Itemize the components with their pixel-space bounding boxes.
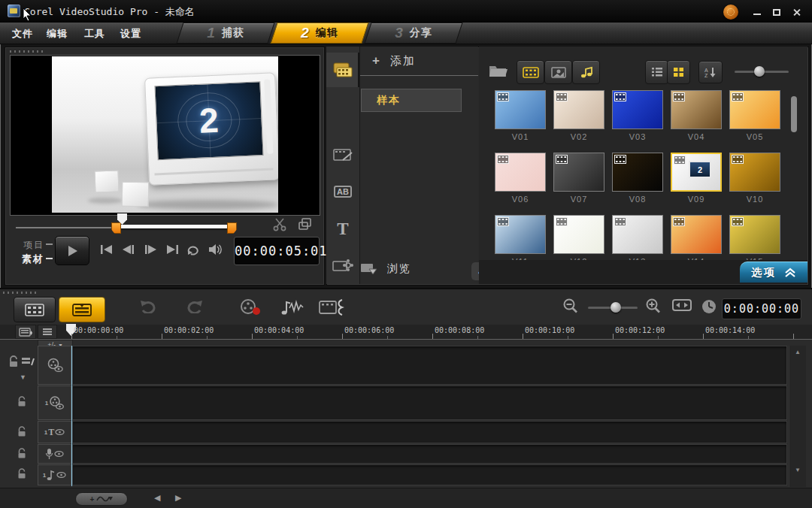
- lock-track-icon[interactable]: [17, 426, 27, 437]
- library-thumbnail[interactable]: [671, 90, 722, 129]
- category-item-sample[interactable]: 样本: [361, 89, 462, 112]
- lock-track-icon[interactable]: [17, 468, 27, 479]
- tab-edit[interactable]: 2 编辑: [274, 23, 365, 44]
- duration-clock-button[interactable]: [701, 298, 717, 315]
- timeline-zoom-knob[interactable]: [611, 302, 621, 313]
- scroll-left-icon[interactable]: ◀: [154, 493, 160, 503]
- scroll-down-icon[interactable]: ▼: [795, 467, 801, 473]
- library-thumbnail[interactable]: [553, 153, 604, 192]
- options-button[interactable]: 选项: [740, 262, 807, 283]
- clip-mode-label[interactable]: 素材: [11, 252, 44, 266]
- fit-timeline-button[interactable]: [672, 298, 692, 312]
- library-thumbnail[interactable]: [495, 90, 546, 129]
- show-all-tracks-button[interactable]: [38, 325, 57, 339]
- lock-track-icon[interactable]: [17, 448, 27, 459]
- library-thumbnail[interactable]: [729, 215, 780, 254]
- preview-timecode-field[interactable]: 00:00:05:01 ▲ ▼: [234, 237, 320, 265]
- title-track-header[interactable]: 1 T: [38, 421, 71, 443]
- enlarge-duplicate-icon[interactable]: [298, 217, 312, 231]
- library-thumbnail[interactable]: [495, 153, 546, 192]
- auto-music-button[interactable]: [319, 298, 344, 316]
- menu-tools[interactable]: 工具: [84, 27, 105, 41]
- thumbnail-size-knob[interactable]: [754, 66, 765, 77]
- title-tab[interactable]: T: [326, 212, 359, 246]
- project-mode-label[interactable]: 项目: [11, 239, 44, 252]
- panel-grip[interactable]: [3, 292, 38, 294]
- library-thumbnail[interactable]: [671, 215, 722, 254]
- open-folder-icon[interactable]: [488, 62, 509, 78]
- show-videos-toggle[interactable]: [517, 60, 544, 84]
- timeline-ruler-scale[interactable]: 00:00:00:0000:00:02:0000:00:04:0000:00:0…: [0, 325, 812, 340]
- maximize-button[interactable]: [767, 6, 786, 18]
- browse-button[interactable]: 浏览: [360, 257, 478, 281]
- trim-start-handle[interactable]: [111, 222, 121, 234]
- volume-button[interactable]: [205, 240, 226, 259]
- transition-tab[interactable]: AB: [326, 174, 359, 209]
- music-track-header[interactable]: 1: [38, 464, 71, 485]
- scroll-right-icon[interactable]: ▶: [175, 493, 181, 503]
- thumbnail-view-button[interactable]: [667, 60, 690, 84]
- library-thumbnail[interactable]: [553, 90, 604, 129]
- library-thumbnail[interactable]: [495, 215, 546, 254]
- video-track-lane[interactable]: [72, 346, 787, 385]
- library-thumbnail[interactable]: 2: [671, 153, 722, 192]
- graphic-tab[interactable]: [326, 248, 359, 283]
- voice-track-lane[interactable]: [72, 444, 787, 464]
- zoom-in-button[interactable]: [645, 298, 662, 313]
- timeline-timecode-field[interactable]: 0:00:00:00: [722, 298, 801, 319]
- library-thumbnail[interactable]: [729, 90, 780, 129]
- corel-guide-icon[interactable]: [723, 5, 738, 20]
- tab-capture[interactable]: 1 捕获: [180, 23, 271, 44]
- title-track-lane[interactable]: [72, 421, 787, 443]
- overlay-track-lane[interactable]: [72, 386, 787, 420]
- undo-button[interactable]: [140, 298, 158, 313]
- track-manager-button[interactable]: [15, 325, 36, 339]
- lock-track-icon[interactable]: [8, 355, 20, 367]
- sort-button[interactable]: A Z: [698, 61, 723, 83]
- show-photos-toggle[interactable]: [544, 60, 572, 84]
- instant-project-tab[interactable]: [326, 137, 359, 171]
- next-frame-button[interactable]: [140, 240, 160, 259]
- library-thumbnail[interactable]: [612, 153, 663, 192]
- scroll-up-icon[interactable]: ▲: [795, 349, 801, 355]
- media-library-tab[interactable]: [326, 53, 359, 87]
- show-audio-toggle[interactable]: [572, 60, 600, 84]
- repeat-button[interactable]: [183, 240, 203, 259]
- list-view-button[interactable]: [645, 60, 668, 84]
- timeline-playhead-line[interactable]: [71, 346, 72, 486]
- library-thumbnail[interactable]: [612, 90, 663, 129]
- home-button[interactable]: [96, 240, 117, 259]
- end-button[interactable]: [162, 240, 182, 259]
- split-clip-icon[interactable]: [273, 218, 287, 231]
- library-thumbnail[interactable]: [729, 153, 780, 192]
- trim-range-bar[interactable]: [116, 225, 230, 228]
- library-thumbnail[interactable]: [612, 215, 663, 254]
- music-track-lane[interactable]: [72, 464, 787, 485]
- minimize-button[interactable]: [747, 6, 767, 18]
- panel-grip[interactable]: [10, 50, 44, 53]
- menu-settings[interactable]: 设置: [120, 27, 141, 41]
- play-button[interactable]: [55, 236, 89, 265]
- storyboard-view-button[interactable]: [14, 297, 56, 322]
- timeline-view-button[interactable]: [59, 297, 105, 322]
- menu-edit[interactable]: 编辑: [47, 27, 68, 41]
- ripple-edit-icon[interactable]: [21, 356, 35, 367]
- library-thumbnail[interactable]: [553, 215, 604, 254]
- add-category-button[interactable]: + 添加: [360, 47, 478, 76]
- close-button[interactable]: [786, 6, 806, 18]
- video-track-header[interactable]: [38, 346, 71, 385]
- redo-button[interactable]: [185, 298, 203, 313]
- menu-file[interactable]: 文件: [12, 27, 33, 41]
- overlay-track-header[interactable]: 1: [38, 386, 71, 420]
- record-capture-button[interactable]: [239, 298, 262, 316]
- collapse-track-icon[interactable]: ▼: [20, 373, 26, 381]
- lock-track-icon[interactable]: [17, 396, 27, 407]
- zoom-out-button[interactable]: [562, 298, 579, 313]
- previous-frame-button[interactable]: [118, 240, 138, 259]
- tab-share[interactable]: 3 分享: [368, 23, 459, 44]
- trim-end-handle[interactable]: [227, 222, 237, 234]
- swap-track-button[interactable]: +: [75, 492, 128, 506]
- voice-track-header[interactable]: [38, 444, 71, 464]
- timeline-vertical-scrollbar[interactable]: ▲ ▼: [789, 346, 806, 487]
- sound-mixer-button[interactable]: [280, 298, 305, 316]
